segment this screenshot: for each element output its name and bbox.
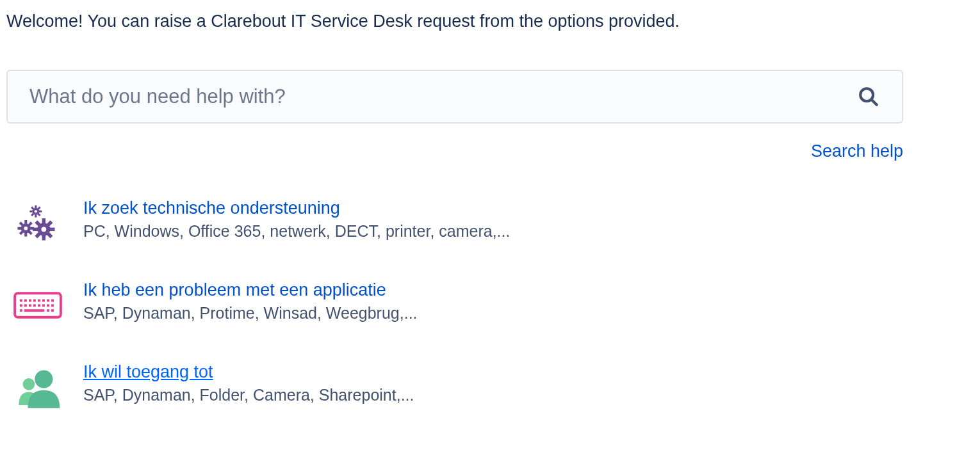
request-types-list: Ik zoek technische ondersteuning PC, Win… <box>6 186 974 431</box>
svg-point-13 <box>24 227 28 230</box>
svg-rect-41 <box>20 304 22 307</box>
search-icon[interactable] <box>857 85 880 108</box>
svg-rect-39 <box>47 299 49 302</box>
svg-line-1 <box>872 100 877 105</box>
svg-rect-43 <box>29 304 31 307</box>
svg-rect-36 <box>33 299 36 302</box>
svg-point-54 <box>35 370 53 388</box>
svg-rect-45 <box>38 304 40 307</box>
search-help-link[interactable]: Search help <box>811 141 903 161</box>
svg-rect-50 <box>24 309 44 312</box>
svg-rect-48 <box>51 304 54 307</box>
svg-rect-4 <box>42 218 45 223</box>
people-icon <box>13 362 63 412</box>
search-input[interactable] <box>29 85 857 108</box>
svg-rect-15 <box>24 233 27 237</box>
svg-rect-17 <box>17 227 21 230</box>
request-title: Ik zoek technische ondersteuning <box>83 198 510 218</box>
svg-rect-42 <box>24 304 27 307</box>
svg-rect-14 <box>24 220 27 224</box>
svg-rect-6 <box>50 228 55 231</box>
svg-rect-51 <box>47 309 49 312</box>
welcome-text: Welcome! You can raise a Clarebout IT Se… <box>6 12 974 31</box>
request-description: SAP, Dynaman, Folder, Camera, Sharepoint… <box>83 386 414 404</box>
keyboard-icon <box>13 280 63 330</box>
request-title: Ik heb een probleem met een applicatie <box>83 280 418 300</box>
svg-rect-37 <box>38 299 40 302</box>
request-description: SAP, Dynaman, Protime, Winsad, Weegbrug,… <box>83 304 418 323</box>
svg-rect-52 <box>51 309 54 312</box>
svg-rect-47 <box>47 304 49 307</box>
svg-rect-35 <box>29 299 31 302</box>
svg-rect-49 <box>20 309 22 312</box>
svg-rect-16 <box>30 227 34 230</box>
svg-rect-38 <box>42 299 45 302</box>
search-box[interactable] <box>6 70 903 124</box>
svg-point-23 <box>35 210 37 212</box>
request-description: PC, Windows, Office 365, netwerk, DECT, … <box>83 222 510 241</box>
svg-rect-34 <box>24 299 27 302</box>
request-type-app-problem[interactable]: Ik heb een probleem met een applicatie S… <box>6 267 974 349</box>
svg-rect-40 <box>51 299 54 302</box>
svg-point-3 <box>41 227 46 232</box>
request-type-access[interactable]: Ik wil toegang tot SAP, Dynaman, Folder,… <box>6 349 974 431</box>
request-type-tech-support[interactable]: Ik zoek technische ondersteuning PC, Win… <box>6 186 974 267</box>
svg-rect-26 <box>39 211 42 212</box>
request-title: Ik wil toegang tot <box>83 362 414 382</box>
svg-rect-46 <box>42 304 45 307</box>
svg-point-53 <box>23 378 35 390</box>
gears-icon <box>13 198 63 248</box>
svg-rect-33 <box>20 299 22 302</box>
svg-rect-24 <box>35 205 37 208</box>
svg-rect-25 <box>35 214 37 217</box>
svg-rect-5 <box>42 236 45 241</box>
svg-rect-44 <box>33 304 36 307</box>
svg-rect-27 <box>29 211 32 212</box>
